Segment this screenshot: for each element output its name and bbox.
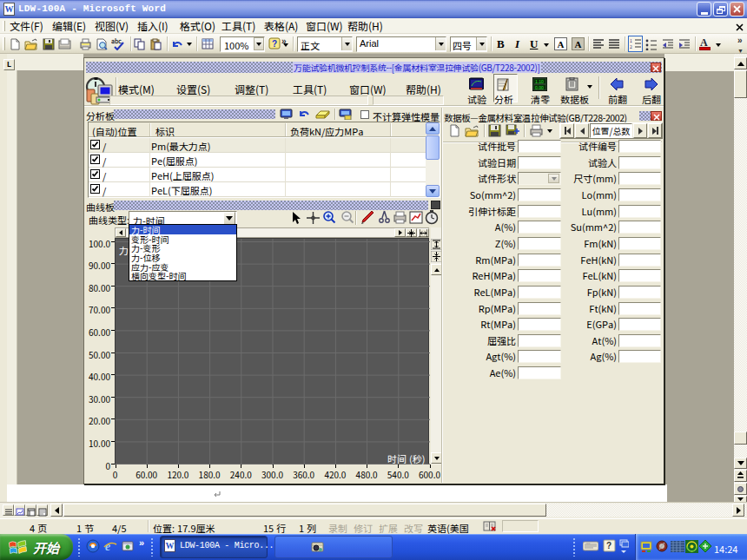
svg-text:1.10: 1.10	[535, 78, 544, 84]
svg-text:0.00: 0.00	[535, 84, 544, 90]
svg-text:?: ?	[606, 539, 611, 551]
svg-text:abc: abc	[111, 38, 122, 45]
svg-text:e: e	[105, 540, 110, 553]
svg-text:?: ?	[272, 37, 277, 49]
svg-text:2: 2	[630, 43, 632, 49]
svg-text:::::: ::::	[586, 540, 590, 545]
